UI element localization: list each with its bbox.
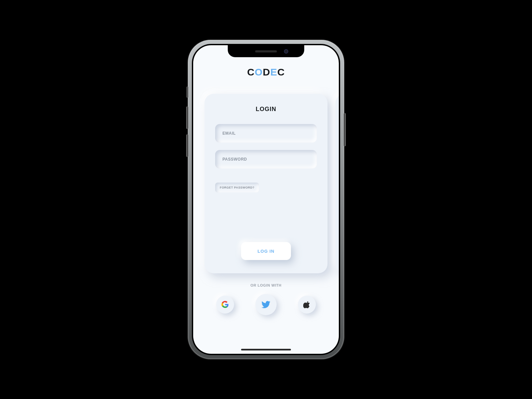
notch xyxy=(228,45,304,57)
twitter-login-button[interactable] xyxy=(255,294,277,315)
home-indicator[interactable] xyxy=(241,349,291,350)
screen: C O D E C LOGIN FORGET PASSWORD? LOG IN xyxy=(193,45,339,354)
password-field[interactable] xyxy=(215,150,317,169)
login-card: LOGIN FORGET PASSWORD? LOG IN xyxy=(204,94,328,273)
apple-login-button[interactable] xyxy=(298,296,316,314)
card-title: LOGIN xyxy=(256,106,276,113)
brand-logo: C O D E C xyxy=(247,66,285,78)
or-login-with-label: OR LOGIN WITH xyxy=(250,283,281,287)
volume-down-button[interactable] xyxy=(186,134,188,157)
brand-letter: D xyxy=(263,66,270,78)
silence-switch[interactable] xyxy=(187,86,188,98)
volume-up-button[interactable] xyxy=(186,106,188,129)
front-camera xyxy=(284,49,288,54)
google-login-button[interactable] xyxy=(216,296,234,314)
google-icon xyxy=(221,301,229,308)
app-root: C O D E C LOGIN FORGET PASSWORD? LOG IN xyxy=(193,45,339,354)
brand-letter: E xyxy=(270,66,277,78)
brand-letter: O xyxy=(255,66,263,78)
speaker-grill xyxy=(255,50,277,53)
power-button[interactable] xyxy=(344,113,346,146)
card-carousel[interactable]: LOGIN FORGET PASSWORD? LOG IN xyxy=(193,94,339,273)
login-button[interactable]: LOG IN xyxy=(241,242,291,260)
forget-password-button[interactable]: FORGET PASSWORD? xyxy=(215,183,259,193)
brand-letter: C xyxy=(247,66,255,78)
twitter-icon xyxy=(261,300,271,309)
phone-bezel: C O D E C LOGIN FORGET PASSWORD? LOG IN xyxy=(192,44,340,355)
brand-letter: C xyxy=(277,66,285,78)
apple-icon xyxy=(303,301,311,308)
social-login-row xyxy=(216,294,316,315)
phone-frame: C O D E C LOGIN FORGET PASSWORD? LOG IN xyxy=(188,40,344,359)
next-card-peek[interactable] xyxy=(335,94,339,273)
email-field[interactable] xyxy=(215,124,317,143)
